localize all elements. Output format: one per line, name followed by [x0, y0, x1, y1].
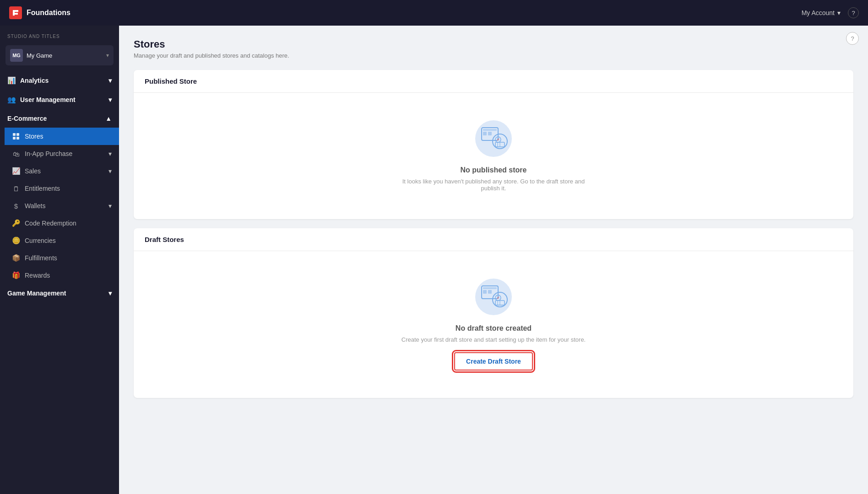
- main-help-icon[interactable]: ?: [846, 32, 859, 45]
- sidebar-section-label: STUDIO AND TITLES: [0, 26, 119, 42]
- in-app-purchase-icon: 🛍: [12, 150, 20, 158]
- svg-rect-18: [483, 290, 487, 294]
- game-management-label: Game Management: [7, 290, 66, 297]
- sales-chevron-icon: ▾: [108, 167, 112, 175]
- analytics-label: Analytics: [20, 77, 49, 84]
- fulfillments-label: Fulfillments: [25, 254, 57, 262]
- draft-stores-header: Draft Stores: [134, 228, 853, 251]
- sales-icon: 📈: [12, 167, 20, 175]
- svg-rect-6: [483, 129, 497, 131]
- in-app-purchase-label: In-App Purchase: [25, 150, 72, 157]
- analytics-chevron-icon: ▾: [108, 77, 112, 84]
- ecommerce-label: E-Commerce: [7, 115, 47, 122]
- sidebar-item-game-management[interactable]: Game Management ▾: [0, 284, 119, 302]
- page-title: Stores: [134, 38, 853, 50]
- svg-rect-19: [488, 290, 492, 294]
- sidebar-item-sales[interactable]: 📈 Sales ▾: [5, 162, 119, 180]
- published-store-empty-title: No published store: [461, 166, 527, 174]
- draft-stores-body: No draft store created Create your first…: [134, 251, 853, 398]
- top-header: Foundations My Account ▾ ?: [0, 0, 868, 26]
- header-left: Foundations: [9, 6, 71, 19]
- sidebar-item-entitlements[interactable]: 🗒 Entitlements: [5, 180, 119, 197]
- user-management-icon: 👥: [7, 96, 16, 104]
- wallets-label: Wallets: [25, 202, 45, 209]
- header-right: My Account ▾ ?: [802, 7, 859, 18]
- published-store-body: No published store It looks like you hav…: [134, 93, 853, 219]
- draft-store-illustration: [471, 279, 516, 315]
- sidebar-item-currencies[interactable]: 🪙 Currencies: [5, 232, 119, 249]
- wallets-icon: $: [12, 202, 20, 210]
- app-logo: [9, 6, 22, 19]
- sidebar-item-user-management[interactable]: 👥 User Management ▾: [0, 90, 119, 109]
- analytics-icon: 📊: [7, 76, 16, 85]
- rewards-icon: 🎁: [12, 271, 20, 279]
- ecommerce-chevron-icon: ▲: [105, 115, 112, 122]
- entitlements-label: Entitlements: [25, 185, 60, 192]
- wallets-chevron-icon: ▾: [108, 202, 112, 209]
- app-title: Foundations: [27, 9, 71, 17]
- chevron-down-icon: ▾: [837, 9, 841, 16]
- my-account-button[interactable]: My Account ▾: [802, 9, 841, 16]
- sidebar-item-ecommerce[interactable]: E-Commerce ▲: [0, 109, 119, 128]
- sidebar-item-wallets[interactable]: $ Wallets ▾: [5, 197, 119, 215]
- ecommerce-subnav: Stores 🛍 In-App Purchase ▾ 📈 Sales ▾: [0, 128, 119, 284]
- user-management-chevron-icon: ▾: [108, 96, 112, 103]
- svg-rect-3: [13, 137, 16, 140]
- fulfillments-icon: 📦: [12, 254, 20, 262]
- studio-chevron-icon: ▾: [106, 52, 109, 59]
- studio-selector[interactable]: MG My Game ▾: [5, 45, 114, 65]
- code-redemption-label: Code Redemption: [25, 220, 76, 227]
- published-store-section: Published Store: [134, 70, 853, 219]
- code-redemption-icon: 🔑: [12, 219, 20, 227]
- sidebar: STUDIO AND TITLES MG My Game ▾ 📊 Analyti…: [0, 0, 119, 494]
- rewards-label: Rewards: [25, 272, 50, 279]
- entitlements-icon: 🗒: [12, 184, 20, 193]
- my-account-label: My Account: [802, 9, 835, 16]
- sidebar-item-rewards[interactable]: 🎁 Rewards: [5, 267, 119, 284]
- sidebar-item-fulfillments[interactable]: 📦 Fulfillments: [5, 249, 119, 267]
- stores-icon: [12, 132, 20, 140]
- draft-store-illus-icon: [471, 284, 516, 310]
- main-content: Stores Manage your draft and published s…: [119, 0, 868, 494]
- sales-label: Sales: [25, 167, 41, 175]
- draft-store-empty-subtitle: Create your first draft store and start …: [401, 336, 586, 343]
- svg-rect-8: [488, 132, 492, 135]
- in-app-purchase-chevron-icon: ▾: [108, 150, 112, 157]
- stores-label: Stores: [25, 133, 43, 140]
- published-store-illustration: [471, 120, 516, 157]
- currencies-label: Currencies: [25, 237, 56, 244]
- sidebar-item-stores[interactable]: Stores: [5, 128, 119, 145]
- header-help-icon[interactable]: ?: [848, 7, 859, 18]
- draft-stores-section: Draft Stores: [134, 228, 853, 398]
- published-store-header: Published Store: [134, 70, 853, 93]
- create-draft-store-button[interactable]: Create Draft Store: [454, 352, 533, 370]
- draft-store-empty-title: No draft store created: [456, 324, 532, 333]
- sidebar-item-in-app-purchase[interactable]: 🛍 In-App Purchase ▾: [5, 145, 119, 162]
- sidebar-item-code-redemption[interactable]: 🔑 Code Redemption: [5, 215, 119, 232]
- game-management-chevron-icon: ▾: [108, 290, 112, 297]
- page-subtitle: Manage your draft and published stores a…: [134, 52, 853, 59]
- studio-name: My Game: [27, 52, 103, 59]
- published-store-empty-subtitle: It looks like you haven't published any …: [397, 178, 590, 192]
- published-store-illus-icon: [471, 126, 516, 151]
- user-management-label: User Management: [20, 96, 76, 103]
- sidebar-item-analytics[interactable]: 📊 Analytics ▾: [0, 71, 119, 90]
- currencies-icon: 🪙: [12, 236, 20, 245]
- svg-rect-1: [13, 133, 16, 136]
- svg-rect-4: [16, 137, 19, 140]
- svg-rect-17: [483, 287, 497, 289]
- svg-rect-2: [16, 133, 19, 136]
- main-inner: Stores Manage your draft and published s…: [119, 26, 868, 420]
- svg-rect-7: [483, 132, 487, 135]
- studio-avatar: MG: [10, 49, 23, 62]
